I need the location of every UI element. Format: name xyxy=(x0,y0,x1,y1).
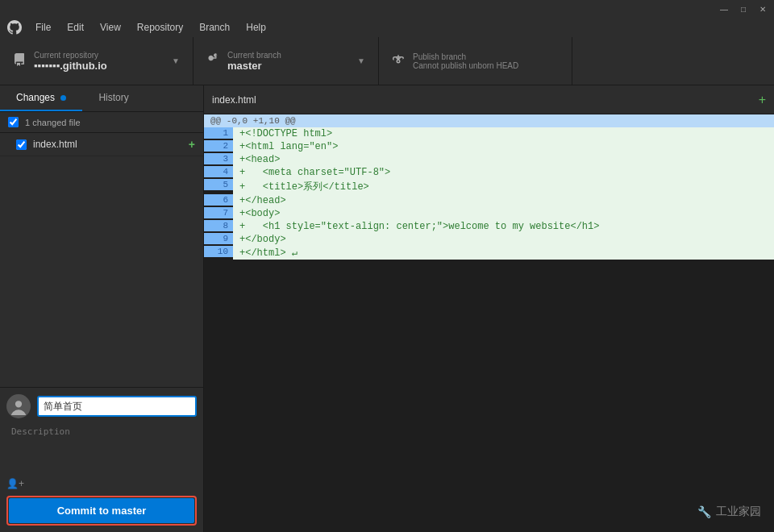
repo-icon xyxy=(13,53,26,69)
diff-line-5: 5 + <title>系列</title> xyxy=(204,179,774,194)
watermark-icon: 🔧 xyxy=(697,505,711,518)
diff-line-6: 6 +</head> xyxy=(204,194,774,207)
current-repo-section[interactable]: Current repository ▪▪▪▪▪▪▪.github.io ▼ xyxy=(0,37,194,85)
menu-bar: File Edit View Repository Branch Help xyxy=(0,18,774,37)
menu-file[interactable]: File xyxy=(29,20,57,35)
publish-text: Publish branch Cannot publish unborn HEA… xyxy=(413,52,559,70)
add-user-icon: 👤+ xyxy=(6,478,24,489)
tab-changes[interactable]: Changes xyxy=(0,85,82,111)
title-bar: — □ ✕ xyxy=(0,0,774,18)
publish-section[interactable]: Publish branch Cannot publish unborn HEA… xyxy=(379,37,572,85)
diff-line-4: 4 + <meta charset="UTF-8"> xyxy=(204,166,774,179)
diff-line-content-1: +<!DOCTYPE html> xyxy=(233,127,774,140)
current-branch-section[interactable]: Current branch master ▼ xyxy=(194,37,379,85)
repo-name: ▪▪▪▪▪▪▪.github.io xyxy=(34,60,165,72)
diff-panel: index.html + @@ -0,0 +1,10 @@ 1 +<!DOCTY… xyxy=(204,85,774,532)
diff-line-content-5: + <title>系列</title> xyxy=(233,179,774,194)
menu-edit[interactable]: Edit xyxy=(60,20,90,35)
diff-line-num-8: 8 xyxy=(204,220,233,231)
repo-text: Current repository ▪▪▪▪▪▪▪.github.io xyxy=(34,51,165,72)
watermark-text: 工业家园 xyxy=(716,505,761,519)
diff-line-content-10: +</html> ↵ xyxy=(233,246,774,260)
file-item[interactable]: index.html + xyxy=(0,133,203,156)
watermark: 🔧 工业家园 xyxy=(697,505,761,519)
diff-line-2: 2 +<html lang="en"> xyxy=(204,140,774,153)
publish-icon xyxy=(392,53,405,69)
changes-dot xyxy=(60,95,66,101)
maximize-button[interactable]: □ xyxy=(739,4,748,14)
diff-line-num-10: 10 xyxy=(204,246,233,257)
diff-line-content-4: + <meta charset="UTF-8"> xyxy=(233,166,774,179)
branch-arrow: ▼ xyxy=(357,56,365,65)
commit-description-input[interactable] xyxy=(6,423,197,472)
close-button[interactable]: ✕ xyxy=(758,4,768,14)
sidebar: Changes History 1 changed file index.htm… xyxy=(0,85,204,532)
diff-line-content-7: +<body> xyxy=(233,207,774,220)
diff-header: index.html + xyxy=(204,85,774,114)
menu-help[interactable]: Help xyxy=(239,20,273,35)
changed-files-header: 1 changed file xyxy=(0,112,203,133)
diff-line-content-9: +</body> xyxy=(233,233,774,246)
diff-line-content-2: +<html lang="en"> xyxy=(233,140,774,153)
file-name: index.html xyxy=(33,139,77,150)
github-logo xyxy=(6,19,23,35)
diff-line-1: 1 +<!DOCTYPE html> xyxy=(204,127,774,140)
sidebar-spacer xyxy=(0,156,203,387)
repo-arrow: ▼ xyxy=(172,56,180,65)
diff-filename: index.html xyxy=(212,94,759,106)
diff-line-content-3: +<head> xyxy=(233,153,774,166)
avatar xyxy=(6,394,31,418)
file-add-icon: + xyxy=(189,138,195,151)
commit-button[interactable]: Commit to master xyxy=(9,498,194,523)
diff-line-10: 10 +</html> ↵ xyxy=(204,246,774,260)
branch-icon xyxy=(206,53,219,69)
diff-line-num-9: 9 xyxy=(204,233,233,244)
diff-line-7: 7 +<body> xyxy=(204,207,774,220)
menu-branch[interactable]: Branch xyxy=(193,20,236,35)
diff-line-num-6: 6 xyxy=(204,194,233,206)
branch-label: Current branch xyxy=(227,51,351,60)
diff-line-8: 8 + <h1 style="text-align: center;">welc… xyxy=(204,220,774,233)
diff-content: @@ -0,0 +1,10 @@ 1 +<!DOCTYPE html> 2 +<… xyxy=(204,114,774,532)
sidebar-tabs: Changes History xyxy=(0,85,203,112)
diff-line-num-5: 5 xyxy=(204,179,233,190)
diff-line-num-2: 2 xyxy=(204,140,233,152)
diff-line-content-6: +</head> xyxy=(233,194,774,207)
publish-sublabel: Cannot publish unborn HEAD xyxy=(413,61,559,70)
diff-meta-line: @@ -0,0 +1,10 @@ xyxy=(204,114,774,127)
commit-area: 👤+ Commit to master xyxy=(0,387,203,532)
diff-line-num-1: 1 xyxy=(204,127,233,139)
commit-btn-wrapper: Commit to master xyxy=(6,496,197,526)
repo-label: Current repository xyxy=(34,51,165,60)
tab-history[interactable]: History xyxy=(82,85,144,111)
diff-line-num-4: 4 xyxy=(204,166,233,177)
file-checkbox[interactable] xyxy=(16,139,27,150)
menu-repository[interactable]: Repository xyxy=(131,20,189,35)
diff-line-num-3: 3 xyxy=(204,153,233,164)
menu-view[interactable]: View xyxy=(94,20,127,35)
publish-label: Publish branch xyxy=(413,52,559,61)
diff-line-3: 3 +<head> xyxy=(204,153,774,166)
select-all-checkbox[interactable] xyxy=(8,117,19,127)
main-area: Changes History 1 changed file index.htm… xyxy=(0,85,774,532)
commit-summary-input[interactable] xyxy=(37,396,197,417)
branch-name: master xyxy=(227,60,351,72)
branch-text: Current branch master xyxy=(227,51,351,72)
diff-add-button[interactable]: + xyxy=(759,93,766,107)
toolbar: Current repository ▪▪▪▪▪▪▪.github.io ▼ C… xyxy=(0,37,774,85)
commit-header xyxy=(6,394,197,418)
diff-line-9: 9 +</body> xyxy=(204,233,774,246)
user-icon-row: 👤+ xyxy=(6,475,197,493)
minimize-button[interactable]: — xyxy=(719,4,729,14)
diff-line-content-8: + <h1 style="text-align: center;">welcom… xyxy=(233,220,774,233)
diff-line-num-7: 7 xyxy=(204,207,233,218)
